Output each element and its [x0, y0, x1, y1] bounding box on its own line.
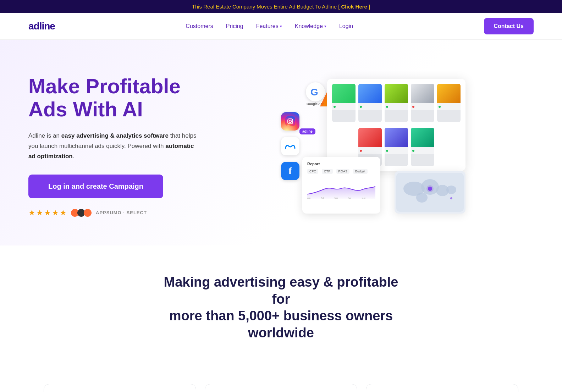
cta-button[interactable]: Log in and create Campaign: [28, 175, 163, 198]
hero-description: Adline is an easy advertising & analytic…: [28, 131, 199, 162]
metric-chip: ROAS: [336, 169, 350, 174]
nav-item-features[interactable]: Features ▾: [256, 23, 282, 29]
navbar: adline Customers Pricing Features ▾ Know…: [0, 13, 562, 40]
svg-text:Apr: Apr: [348, 197, 351, 199]
adline-badge: adline: [299, 128, 315, 134]
knowledge-dropdown-arrow: ▾: [324, 24, 326, 29]
dashboard-mockup: f G Google Ads: [281, 79, 465, 214]
status-dot: [360, 106, 362, 108]
nav-item-knowledge[interactable]: Knowledge ▾: [295, 23, 326, 29]
nav-link-pricing[interactable]: Pricing: [226, 23, 243, 29]
svg-text:Feb: Feb: [321, 197, 324, 199]
nav-links: Customers Pricing Features ▾ Knowledge ▾…: [186, 23, 353, 29]
features-dropdown-arrow: ▾: [280, 24, 282, 29]
ad-card: [437, 84, 461, 122]
logo[interactable]: adline: [28, 21, 55, 32]
ad-card: [385, 84, 408, 122]
stats-section: Making advertising easy & profitable for…: [0, 245, 562, 384]
meta-icon: [281, 137, 299, 155]
ad-card: [358, 84, 382, 122]
stats-headline: Making advertising easy & profitable for…: [157, 274, 405, 341]
status-dot: [412, 150, 414, 152]
nav-item-login[interactable]: Login: [339, 23, 353, 29]
report-card: Report CPC CTR ROAS Budget: [302, 157, 380, 214]
star-rating: ★★★★★: [28, 208, 67, 217]
appsumo-badge: APPSUMO · SELECT: [71, 209, 147, 217]
svg-point-16: [446, 186, 456, 194]
metric-chip: CTR: [322, 169, 333, 174]
chart-area: Jan Feb Mar Apr May: [307, 177, 375, 201]
report-title: Report: [307, 162, 375, 166]
report-metrics: CPC CTR ROAS Budget: [307, 169, 375, 174]
hero-left: Make Profitable Ads With AI Adline is an…: [28, 75, 199, 217]
appsumo-text: APPSUMO · SELECT: [96, 210, 147, 215]
svg-point-17: [416, 193, 428, 203]
nav-link-customers[interactable]: Customers: [186, 23, 213, 29]
appsumo-icons: [71, 209, 92, 217]
instagram-icon: [281, 112, 299, 131]
status-dot: [386, 150, 388, 152]
bottom-card-3: [366, 384, 518, 392]
announcement-link[interactable]: Click Here: [340, 4, 369, 10]
bottom-cards-row: [0, 384, 562, 392]
status-dot: [334, 106, 336, 108]
bottom-card-1: [44, 384, 196, 392]
map-card: [395, 171, 465, 214]
status-dot: [439, 106, 441, 108]
announcement-text-end: ]: [369, 4, 370, 10]
appsumo-icon-3: [84, 209, 92, 217]
social-icons-column: f: [281, 112, 299, 180]
announcement-bar: This Real Estate Company Moves Entire Ad…: [0, 0, 562, 13]
metric-chip: Budget: [353, 169, 368, 174]
stars-row: ★★★★★ APPSUMO · SELECT: [28, 208, 199, 217]
svg-text:Mar: Mar: [335, 197, 338, 199]
nav-item-pricing[interactable]: Pricing: [226, 23, 243, 29]
nav-item-customers[interactable]: Customers: [186, 23, 213, 29]
svg-rect-0: [285, 116, 295, 126]
metric-chip: CPC: [307, 169, 318, 174]
announcement-text: This Real Estate Company Moves Entire Ad…: [192, 4, 340, 10]
status-dot: [360, 150, 362, 152]
nav-link-login[interactable]: Login: [339, 23, 353, 29]
ad-card: [332, 84, 356, 122]
svg-text:Jan: Jan: [307, 197, 310, 199]
svg-text:May: May: [362, 197, 366, 199]
status-dot: [386, 106, 388, 108]
svg-point-20: [450, 197, 452, 199]
svg-text:G: G: [310, 87, 318, 98]
contact-us-button[interactable]: Contact Us: [484, 18, 534, 34]
bottom-card-2: [205, 384, 357, 392]
nav-link-features[interactable]: Features ▾: [256, 23, 282, 29]
facebook-icon: f: [281, 162, 299, 180]
status-dot: [412, 106, 414, 108]
svg-point-3: [292, 119, 292, 120]
ad-card: [411, 84, 434, 122]
nav-link-knowledge[interactable]: Knowledge ▾: [295, 23, 326, 29]
hero-section: Make Profitable Ads With AI Adline is an…: [0, 40, 562, 245]
hero-right: f G Google Ads: [213, 72, 534, 221]
ad-card: [411, 128, 434, 166]
svg-point-19: [426, 185, 434, 192]
ad-card: [385, 128, 408, 166]
hero-title: Make Profitable Ads With AI: [28, 75, 199, 121]
